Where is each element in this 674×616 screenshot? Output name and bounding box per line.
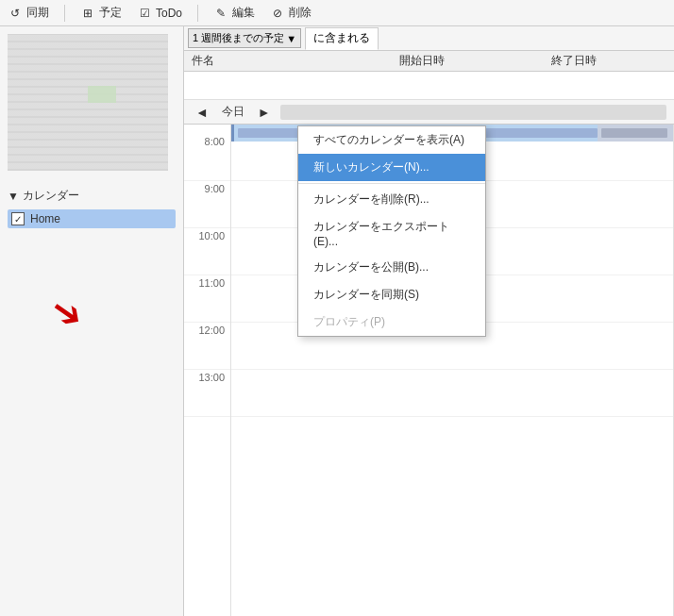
toolbar-sync[interactable]: ↺ 同期 [8,5,49,21]
delete-icon: ⊘ [270,6,285,21]
next-button[interactable]: ► [254,105,275,120]
nav-bar: ◄ 今日 ► [184,100,674,125]
prev-button[interactable]: ◄ [192,105,212,120]
time-slot-1300: 13:00 [184,370,230,417]
time-slot-800: 8:00 [184,134,230,181]
calendar-item-home[interactable]: ✓ Home [8,209,176,228]
toolbar-todo-label: ToDo [156,7,182,20]
calendar-section: ▼ カレンダー ✓ Home [0,182,183,234]
contains-tab-label: に含まれる [313,30,370,46]
th-end-label: 終了日時 [551,54,597,67]
context-menu-sep-2 [298,183,485,184]
mini-calendar-placeholder [8,34,168,171]
time-slot-900: 9:00 [184,181,230,228]
toolbar-edit[interactable]: ✎ 編集 [213,5,255,21]
event-bar-right-blur [601,128,667,138]
toolbar-schedule[interactable]: ⊞ 予定 [80,5,122,21]
schedule-tab-label: 1 週間後までの予定 [193,31,284,45]
context-menu-item-new-calendar[interactable]: 新しいカレンダー(N)... [298,154,485,181]
sidebar: ▼ カレンダー ✓ Home ➔ [0,26,184,616]
dropdown-arrow-icon: ▼ [286,33,296,44]
time-slot-1200: 12:00 [184,323,230,370]
th-subject-label: 件名 [192,54,214,67]
day-slot-1300[interactable] [231,370,673,417]
red-arrow-container: ➔ [24,253,183,334]
context-menu: すべてのカレンダーを表示(A)新しいカレンダー(N)...カレンダーを削除(R)… [297,125,486,337]
event-bar-right[interactable] [598,125,673,142]
schedule-icon: ⊞ [80,6,95,21]
time-slot-1000: 10:00 [184,228,230,275]
toolbar-delete-label: 削除 [289,5,312,21]
sync-icon: ↺ [8,6,23,21]
context-menu-item-delete-calendar[interactable]: カレンダーを削除(R)... [298,186,485,213]
time-column: 8:00 9:00 10:00 11:00 12:00 13:00 [184,125,231,616]
toolbar-delete[interactable]: ⊘ 削除 [270,5,312,21]
toolbar: ↺ 同期 ⊞ 予定 ☑ ToDo ✎ 編集 ⊘ 削除 [0,0,674,26]
calendar-section-label: カレンダー [23,188,79,204]
toolbar-sep-1 [64,5,65,22]
tab-bar: 1 週間後までの予定 ▼ に含まれる [184,26,674,51]
mini-calendar-highlight [88,86,116,103]
chevron-down-icon: ▼ [8,190,19,203]
context-menu-item-sync-calendar[interactable]: カレンダーを同期(S) [298,281,485,308]
toolbar-edit-label: 編集 [232,5,255,21]
toolbar-sep-2 [197,5,198,22]
table-body-empty [184,72,674,100]
context-menu-item-export-calendar[interactable]: カレンダーをエクスポート(E)... [298,213,485,254]
time-slot-1100: 11:00 [184,275,230,323]
th-end: 終了日時 [548,53,670,69]
calendar-checkbox-home[interactable]: ✓ [11,212,25,225]
schedule-tab-dropdown[interactable]: 1 週間後までの予定 ▼ [188,28,301,48]
todo-icon: ☑ [137,6,152,21]
today-button[interactable]: 今日 [218,104,248,120]
edit-icon: ✎ [213,6,228,21]
nav-date-range [280,105,666,120]
context-menu-item-show-all[interactable]: すべてのカレンダーを表示(A) [298,126,485,154]
th-subject: 件名 [188,53,396,69]
table-header: 件名 開始日時 終了日時 [184,51,674,72]
toolbar-sync-label: 同期 [26,5,49,21]
red-arrow-icon: ➔ [42,285,93,339]
main-layout: ▼ カレンダー ✓ Home ➔ 1 週間後までの予定 ▼ に含まれる [0,26,674,616]
content-area: 1 週間後までの予定 ▼ に含まれる 件名 開始日時 終了日時 ◄ 今日 [184,26,674,616]
toolbar-todo[interactable]: ☑ ToDo [137,6,182,21]
calendar-section-header[interactable]: ▼ カレンダー [8,188,176,204]
toolbar-schedule-label: 予定 [99,5,122,21]
th-start-label: 開始日時 [399,54,445,67]
calendar-label-home: Home [30,212,60,225]
mini-calendar-area [0,26,183,182]
context-menu-item-publish-calendar[interactable]: カレンダーを公開(B)... [298,254,485,281]
th-start: 開始日時 [396,53,548,69]
contains-tab[interactable]: に含まれる [305,27,379,50]
context-menu-item-properties: プロパティ(P) [298,308,485,336]
